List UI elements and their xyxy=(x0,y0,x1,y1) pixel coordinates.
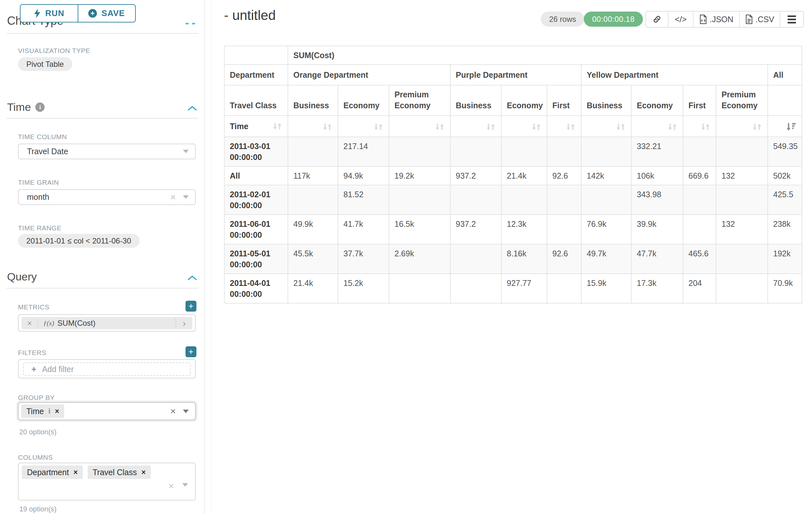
data-cell: 549.35 xyxy=(768,137,802,166)
export-csv-button[interactable]: .CSV xyxy=(740,11,780,27)
time-range-label: TIME RANGE xyxy=(18,224,62,232)
data-cell xyxy=(501,185,547,215)
sort-header[interactable] xyxy=(501,116,547,137)
sort-header[interactable] xyxy=(338,116,389,137)
time-column-select[interactable]: Travel Date xyxy=(18,143,196,159)
data-cell xyxy=(389,185,450,215)
remove-tag-icon[interactable]: × xyxy=(55,407,59,416)
sort-header[interactable] xyxy=(450,116,501,137)
sort-header-active[interactable] xyxy=(768,116,802,137)
data-cell: 669.6 xyxy=(683,166,716,185)
data-cell: 425.5 xyxy=(768,185,802,215)
sort-icon[interactable] xyxy=(667,121,677,130)
chevron-right-icon[interactable]: › xyxy=(176,318,192,329)
menu-button[interactable] xyxy=(780,11,803,27)
data-cell: 332.21 xyxy=(631,137,683,166)
time-grain-select[interactable]: month × xyxy=(18,189,196,205)
columns-select[interactable]: Department × Travel Class × × xyxy=(18,463,196,501)
sort-header[interactable] xyxy=(547,116,581,137)
data-cell: 2.69k xyxy=(389,244,450,274)
sort-icon[interactable] xyxy=(435,121,445,130)
sort-header[interactable] xyxy=(581,116,631,137)
department-row-label: Department xyxy=(224,64,288,85)
data-cell: 12.3k xyxy=(501,215,547,244)
sort-header[interactable] xyxy=(389,116,450,137)
corner-cell xyxy=(224,46,288,64)
department-group-header: Purple Department xyxy=(450,64,581,85)
table-row: 2011-05-01 00:00:0045.5k37.7k2.69k8.16k9… xyxy=(224,244,802,274)
department-group-header: Orange Department xyxy=(288,64,450,85)
data-cell: 47.7k xyxy=(631,244,683,274)
json-file-icon xyxy=(699,15,707,24)
lightning-icon xyxy=(34,9,41,18)
time-sort-header[interactable]: Time xyxy=(224,116,288,137)
columns-tag: Department × xyxy=(22,465,83,479)
add-metric-button[interactable]: + xyxy=(185,301,196,312)
add-filter-plus-button[interactable]: + xyxy=(185,346,196,357)
remove-tag-icon[interactable]: × xyxy=(142,468,146,477)
data-cell: 15.2k xyxy=(338,274,389,303)
group-by-label: GROUP BY xyxy=(18,394,55,402)
info-icon: i xyxy=(35,103,45,112)
travel-class-header: Economy xyxy=(338,85,389,116)
time-range-pill[interactable]: 2011-01-01 ≤ col < 2011-06-30 xyxy=(18,234,140,248)
metric-name: SUM(Cost) xyxy=(57,319,96,328)
data-cell xyxy=(683,215,716,244)
sort-header[interactable] xyxy=(288,116,338,137)
run-button[interactable]: RUN xyxy=(21,5,78,22)
remove-tag-icon[interactable]: × xyxy=(74,468,78,477)
clipped-icon xyxy=(185,23,189,24)
travel-class-header: Premium Economy xyxy=(389,85,450,116)
group-by-select[interactable]: Time i × × xyxy=(18,402,196,420)
table-row: All117k94.9k19.2k937.221.4k92.6142k106k6… xyxy=(224,166,802,185)
sort-icon[interactable] xyxy=(752,121,762,130)
viz-type-pill[interactable]: Pivot Table xyxy=(18,57,72,71)
function-icon: ƒ(x) xyxy=(43,319,54,327)
clear-icon[interactable]: × xyxy=(170,406,176,416)
chevron-up-icon[interactable] xyxy=(187,105,197,112)
sort-header[interactable] xyxy=(716,116,768,137)
sort-icon[interactable] xyxy=(272,121,283,131)
travel-class-header: First xyxy=(683,85,716,116)
sort-icon[interactable] xyxy=(322,121,332,130)
chevron-up-icon[interactable] xyxy=(187,275,197,282)
sort-icon[interactable] xyxy=(566,121,576,130)
travel-class-header: Economy xyxy=(631,85,683,116)
data-cell: 927.77 xyxy=(501,274,547,303)
clear-icon[interactable]: × xyxy=(168,481,174,491)
data-cell: 49.7k xyxy=(581,244,631,274)
plus-circle-icon: + xyxy=(88,9,97,18)
clipped-icon xyxy=(192,23,195,24)
row-header: 2011-06-01 00:00:00 xyxy=(224,215,288,244)
sort-header[interactable] xyxy=(631,116,683,137)
data-cell xyxy=(683,185,716,215)
export-toolbar: </> .JSON .CSV xyxy=(645,11,804,28)
data-cell xyxy=(450,274,501,303)
visualization-type-label: VISUALIZATION TYPE xyxy=(18,47,90,55)
columns-options-count: 19 option(s) xyxy=(19,505,57,513)
sort-icon[interactable] xyxy=(700,121,710,130)
sort-icon[interactable] xyxy=(373,121,383,130)
copy-link-button[interactable] xyxy=(646,11,669,27)
sort-icon[interactable] xyxy=(531,121,542,130)
sort-descending-icon[interactable] xyxy=(786,121,796,130)
data-cell xyxy=(716,274,768,303)
sort-header[interactable] xyxy=(683,116,716,137)
remove-metric-icon[interactable]: × xyxy=(22,318,38,328)
chart-title[interactable]: - untitled xyxy=(224,8,276,23)
metric-pill[interactable]: × ƒ(x) SUM(Cost) › xyxy=(22,317,192,329)
export-json-button[interactable]: .JSON xyxy=(694,11,740,27)
travel-class-header: First xyxy=(547,85,581,116)
pivot-table-container: SUM(Cost)DepartmentOrange DepartmentPurp… xyxy=(224,46,802,304)
clear-icon[interactable]: × xyxy=(170,192,176,202)
save-button[interactable]: + SAVE xyxy=(78,5,136,22)
data-cell: 39.9k xyxy=(631,215,683,244)
row-header: 2011-02-01 00:00:00 xyxy=(224,185,288,215)
sort-icon[interactable] xyxy=(486,121,496,130)
columns-tag: Travel Class × xyxy=(88,465,151,479)
data-cell xyxy=(547,215,581,244)
embed-code-button[interactable]: </> xyxy=(669,11,694,27)
add-filter-button[interactable]: + Add filter xyxy=(23,362,191,376)
data-cell: 17.3k xyxy=(631,274,683,303)
sort-icon[interactable] xyxy=(616,121,626,130)
